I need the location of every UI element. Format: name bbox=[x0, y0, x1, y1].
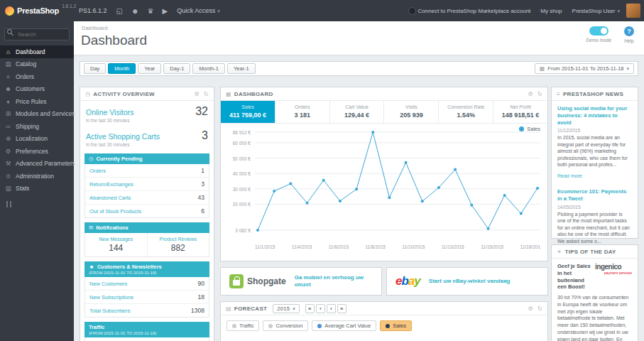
demo-mode-toggle[interactable] bbox=[589, 26, 608, 36]
sidebar-item-dashboard[interactable]: ⌂ Dashboard bbox=[0, 45, 74, 58]
modules-icon: ⊞ bbox=[4, 110, 12, 117]
kpi-conversion-rate[interactable]: Conversion Rate 1.54% bbox=[439, 101, 493, 123]
rocket-icon[interactable]: ▶ bbox=[158, 7, 172, 15]
forecast-year-select[interactable]: 2015 bbox=[273, 304, 300, 313]
date-range-picker[interactable]: ▦ From 2015-11-01 To 2015-11-18 bbox=[535, 63, 634, 74]
online-visitors-link[interactable]: Online Visitors bbox=[86, 108, 134, 117]
activity-icon: ◷ bbox=[85, 91, 90, 97]
forecast-next-button[interactable]: › bbox=[327, 304, 336, 313]
trophy-icon[interactable]: ♛ bbox=[143, 7, 158, 15]
new-messages-link[interactable]: New Messages 144 bbox=[85, 233, 147, 256]
shopgate-link[interactable]: Ga mobiel en verhoog uw omzet bbox=[295, 274, 373, 289]
range-day-1-button[interactable]: Day-1 bbox=[163, 63, 190, 74]
kpi-visits[interactable]: Visits 205 939 bbox=[384, 101, 439, 123]
shipping-icon: ⇨ bbox=[4, 123, 12, 130]
chart-x-axis: 11/1/2015 11/4/2015 11/6/2015 11/8/2015 … bbox=[255, 243, 540, 249]
cart-icon[interactable]: ◱ bbox=[112, 7, 127, 15]
forecast-legend-traffic[interactable]: Traffic bbox=[227, 320, 259, 331]
sidebar-item-shipping[interactable]: ⇨ Shipping bbox=[0, 120, 74, 133]
product-reviews-value: 882 bbox=[149, 243, 208, 253]
sidebar-item-advanced-parameters[interactable]: ⚒ Advanced Parameters bbox=[0, 158, 74, 170]
pending-returns-link[interactable]: Return/Exchanges bbox=[89, 181, 133, 188]
total-subscribers-link[interactable]: Total Subscribers bbox=[89, 308, 131, 314]
dashboard-settings-icon[interactable]: ⚙ bbox=[528, 91, 533, 97]
sidebar-item-label: Localization bbox=[16, 135, 48, 142]
sidebar-item-preferences[interactable]: ⚙ Preferences bbox=[0, 145, 74, 158]
read-more-link[interactable]: Read more bbox=[557, 173, 582, 178]
legend-dot-sales bbox=[519, 126, 524, 131]
my-shop-link[interactable]: My shop bbox=[535, 0, 567, 21]
new-customers-link[interactable]: New Customers bbox=[89, 281, 127, 287]
range-month-1-button[interactable]: Month-1 bbox=[192, 63, 225, 74]
people-icon: ☻ bbox=[89, 264, 94, 270]
y-axis-label: 60 000 € bbox=[233, 140, 251, 145]
sidebar-collapse-button[interactable] bbox=[6, 201, 74, 207]
ebay-link[interactable]: Start uw eBay-winkel vandaag bbox=[429, 278, 511, 285]
legend-dot bbox=[232, 324, 236, 328]
product-reviews-link[interactable]: Product Reviews 882 bbox=[147, 233, 209, 256]
sidebar: ⌂ Dashboard ▤ Catalog ≡ Orders ☻ Custome… bbox=[0, 21, 74, 341]
chevron-down-icon bbox=[617, 8, 620, 14]
sidebar-item-label: Administration bbox=[16, 173, 54, 180]
sidebar-item-catalog[interactable]: ▤ Catalog bbox=[0, 58, 74, 71]
forecast-prev-button[interactable]: ‹ bbox=[316, 304, 325, 313]
prestashop-news-panel: ≡ PRESTASHOP NEWS Using social media for… bbox=[551, 87, 638, 239]
pending-orders-link[interactable]: Orders bbox=[89, 168, 106, 174]
customers-quicklink-icon[interactable]: ☻ bbox=[127, 7, 143, 15]
sidebar-item-administration[interactable]: ♔ Administration bbox=[0, 170, 74, 183]
range-day-button[interactable]: Day bbox=[84, 63, 106, 74]
online-visitors-value: 32 bbox=[195, 105, 208, 118]
range-year-button[interactable]: Year bbox=[138, 63, 161, 74]
legend-dot bbox=[386, 324, 390, 328]
pending-row-returns: Return/Exchanges 3 bbox=[85, 178, 209, 191]
forecast-legend-conversion[interactable]: Conversion bbox=[263, 320, 308, 331]
range-month-button[interactable]: Month bbox=[108, 63, 136, 74]
news-title-link[interactable]: Using social media for your business: 4 … bbox=[557, 105, 632, 126]
user-name: PrestaShop User bbox=[572, 8, 616, 14]
kpi-orders[interactable]: Orders 3 181 bbox=[275, 101, 330, 123]
active-carts-link[interactable]: Active Shopping Carts bbox=[86, 132, 160, 141]
sidebar-item-stats[interactable]: ▥ Stats bbox=[0, 183, 74, 195]
kpi-net-profit[interactable]: Net Profit 148 918,51 € bbox=[493, 101, 547, 123]
activity-refresh-icon[interactable]: ↻ bbox=[204, 91, 209, 97]
forecast-first-button[interactable]: « bbox=[305, 304, 315, 313]
search-input[interactable] bbox=[4, 28, 70, 40]
activity-settings-icon[interactable]: ⚙ bbox=[195, 91, 200, 97]
marketplace-link[interactable]: Connect to PrestaShop Marketplace accoun… bbox=[403, 0, 536, 21]
kpi-sales[interactable]: Sales 411 759,00 € bbox=[221, 101, 275, 123]
customers-icon: ☻ bbox=[4, 85, 12, 92]
sidebar-item-orders[interactable]: ≡ Orders bbox=[0, 70, 74, 83]
tips-icon: ☀ bbox=[557, 249, 562, 255]
ingenico-logo[interactable]: ingenico payment services bbox=[595, 263, 632, 291]
out-of-stock-link[interactable]: Out of Stock Products bbox=[89, 208, 141, 215]
sidebar-item-localization[interactable]: ⊕ Localization bbox=[0, 133, 74, 146]
forecast-legend-average-cart-value[interactable]: Average Cart Value bbox=[312, 320, 376, 331]
forecast-last-button[interactable]: » bbox=[337, 304, 346, 313]
sidebar-item-label: Customers bbox=[16, 85, 45, 92]
google-analytics-link[interactable]: ↗ Link to your Google Analytics account bbox=[84, 337, 209, 341]
active-carts-sub: in the last 30 minutes bbox=[86, 142, 208, 147]
x-axis-label: 11/18/201 bbox=[520, 244, 540, 249]
help-icon[interactable]: ? bbox=[624, 26, 634, 36]
new-subscriptions-link[interactable]: New Subscriptions bbox=[89, 294, 133, 301]
avatar[interactable] bbox=[626, 4, 640, 18]
forecast-refresh-icon[interactable]: ↻ bbox=[537, 305, 542, 312]
kpi-cart-value[interactable]: Cart Value 129,44 € bbox=[330, 101, 385, 123]
forecast-legend-sales[interactable]: Sales bbox=[380, 320, 412, 331]
range-year-1-button[interactable]: Year-1 bbox=[227, 63, 256, 74]
news-title-link[interactable]: Ecommerce 101: Payments in a Tweet bbox=[557, 188, 632, 202]
quick-access-menu[interactable]: Quick Access bbox=[172, 0, 225, 21]
sidebar-item-customers[interactable]: ☻ Customers bbox=[0, 83, 74, 96]
sales-chart: 66 912 € 60 000 € 50 000 € 40 000 € 30 0… bbox=[221, 124, 547, 243]
prestashop-logo-icon bbox=[5, 6, 14, 16]
user-menu[interactable]: PrestaShop User bbox=[567, 0, 625, 21]
prestashop-logo[interactable]: PrestaShop 1.6.1.2 bbox=[0, 0, 74, 21]
help-control: ? Help bbox=[624, 26, 634, 43]
shop-name[interactable]: PS1.6.1.2 bbox=[74, 0, 112, 21]
chart-legend[interactable]: Sales bbox=[519, 126, 540, 132]
abandoned-carts-link[interactable]: Abandoned Carts bbox=[89, 195, 131, 201]
forecast-settings-icon[interactable]: ⚙ bbox=[528, 305, 533, 312]
dashboard-refresh-icon[interactable]: ↻ bbox=[537, 91, 542, 97]
sidebar-item-price-rules[interactable]: ♦ Price Rules bbox=[0, 95, 74, 108]
sidebar-item-modules-and-services[interactable]: ⊞ Modules and Services bbox=[0, 108, 74, 121]
